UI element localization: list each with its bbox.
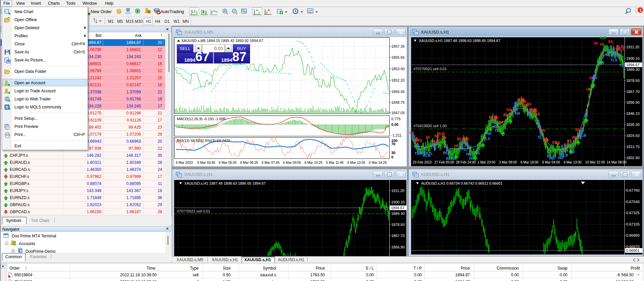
svg-text:HR: HR (569, 150, 575, 154)
svg-text:BLB: BLB (457, 137, 465, 141)
svg-text:S: S (6, 105, 8, 109)
svg-text:HI: HI (594, 41, 598, 45)
svg-text:SS: SS (555, 141, 560, 145)
svg-text:BLB: BLB (560, 153, 568, 157)
svg-text:HI: HI (600, 42, 604, 46)
svg-text:HI: HI (454, 144, 458, 148)
svg-text:1852.20: 1852.20 (391, 78, 405, 82)
svg-text:HI: HI (426, 135, 430, 139)
svg-text:BLB: BLB (617, 47, 625, 51)
svg-text:1824.50: 1824.50 (626, 134, 640, 138)
svg-text:1847.05: 1847.05 (391, 111, 405, 115)
svg-text:1856.90: 1856.90 (391, 245, 405, 249)
svg-text:0.67760: 0.67760 (626, 188, 640, 192)
svg-text:0.66601: 0.66601 (626, 248, 640, 252)
svg-text:1911.20: 1911.20 (391, 189, 404, 193)
svg-text:HR: HR (475, 151, 480, 155)
svg-text:1867.70: 1867.70 (391, 234, 405, 238)
svg-text:TLS: TLS (597, 60, 604, 64)
svg-text:SX: SX (506, 108, 511, 112)
svg-text:6 Mar 10:25: 6 Mar 10:25 (304, 161, 323, 165)
svg-text:1802.90: 1802.90 (626, 156, 640, 160)
svg-text:TL: TL (463, 148, 468, 152)
svg-text:BLB: BLB (443, 151, 451, 155)
svg-text:0: 0 (391, 155, 393, 159)
svg-text:HR: HR (515, 111, 520, 115)
svg-text:XAUUSD.s,H1 1887.48 1898.63 1: XAUUSD.s,H1 1887.48 1898.63 1886.65 1894… (184, 181, 266, 185)
svg-text:HR: HR (466, 152, 472, 156)
svg-text:1900.10: 1900.10 (391, 200, 405, 204)
svg-text:TL: TL (429, 152, 433, 156)
svg-text:BLB: BLB (489, 115, 497, 119)
svg-text:TL: TL (584, 113, 589, 118)
svg-text:0.66890: 0.66890 (626, 233, 640, 237)
svg-text:XAUUSD.s,M5 1894.15 1895.42 1: XAUUSD.s,M5 1894.15 1895.42 1893.92 1894… (181, 39, 263, 43)
svg-text:8 Mar 04:00: 8 Mar 04:00 (542, 160, 560, 164)
svg-text:RSI(13) 58.5332 RSI(3) 63.747: RSI(13) 58.5332 RSI(3) 63.7470 (177, 139, 230, 143)
svg-text:1894.67: 1894.67 (391, 206, 404, 210)
svg-text:1900.10: 1900.10 (626, 56, 640, 60)
svg-text:SS: SS (409, 131, 414, 135)
svg-text:HR: HR (469, 156, 474, 160)
svg-text:HR: HR (486, 132, 492, 136)
svg-text:SS: SS (535, 112, 540, 116)
svg-text:23 Feb 2023: 23 Feb 2023 (413, 160, 432, 164)
svg-text:AUDUSD.s,H1 0.66734 0.66742 0: AUDUSD.s,H1 0.66734 0.66742 0.66511 0.66… (421, 181, 503, 185)
svg-text:HI: HI (586, 87, 590, 91)
svg-text:1850.45: 1850.45 (391, 90, 405, 94)
svg-text:0.67540: 0.67540 (626, 200, 640, 204)
svg-text:1846.10: 1846.10 (626, 111, 640, 115)
svg-text:1889.30: 1889.30 (626, 67, 640, 72)
svg-text:6 Mar 14:25: 6 Mar 14:25 (369, 161, 387, 165)
svg-text:BLB: BLB (503, 113, 511, 117)
svg-text:6 Mar 18:00: 6 Mar 18:00 (521, 160, 539, 164)
svg-text:6 Mar 06:25: 6 Mar 06:25 (240, 161, 258, 165)
svg-text:-1.211: -1.211 (391, 133, 401, 137)
svg-text:HR: HR (549, 156, 555, 160)
svg-text:1894.67: 1894.67 (626, 63, 640, 67)
svg-text:9 Mar 13:00: 9 Mar 13:00 (563, 160, 582, 164)
svg-text:HR: HR (592, 76, 597, 80)
svg-text:SS: SS (417, 138, 422, 142)
svg-text:TL: TL (538, 135, 542, 139)
svg-text:WLB: WLB (578, 133, 586, 137)
svg-text:LX: LX (600, 35, 606, 40)
svg-text:28 Feb 14:00: 28 Feb 14:00 (456, 160, 476, 164)
svg-text:BLB: BLB (431, 139, 439, 143)
svg-text:TLS: TLS (610, 58, 617, 62)
svg-text:1853.90: 1853.90 (391, 67, 405, 71)
svg-text:6 Mar 13:05: 6 Mar 13:05 (347, 161, 365, 165)
svg-text:#70770021 sell 0.01: #70770021 sell 0.01 (177, 209, 210, 213)
svg-text:1889.30: 1889.30 (391, 212, 405, 216)
svg-text:1878.50: 1878.50 (626, 79, 640, 83)
svg-text:1911.20: 1911.20 (626, 45, 639, 49)
svg-text:1856.90: 1856.90 (626, 100, 640, 104)
svg-text:6 Mar 03:45: 6 Mar 03:45 (197, 161, 215, 165)
svg-text:1867.70: 1867.70 (626, 90, 640, 94)
svg-text:MACD(12,26,9) -0.191 -1.695: MACD(12,26,9) -0.191 -1.695 (177, 117, 226, 121)
svg-text:1855.65: 1855.65 (391, 55, 405, 59)
svg-text:6 Mar 05:05: 6 Mar 05:05 (219, 161, 237, 165)
svg-text:1848.75: 1848.75 (391, 100, 405, 104)
svg-text:TLS: TLS (449, 156, 456, 160)
svg-text:70: 70 (391, 142, 395, 146)
svg-text:0.775: 0.775 (391, 117, 401, 121)
svg-text:0.67325: 0.67325 (626, 211, 640, 215)
svg-text:3 Mar 09:00: 3 Mar 09:00 (499, 160, 517, 164)
svg-text:SS: SS (575, 128, 580, 132)
svg-text:6 Mar 2023: 6 Mar 2023 (176, 161, 193, 165)
svg-text:SS: SS (608, 40, 613, 44)
svg-text:1 Mar 23:00: 1 Mar 23:00 (478, 160, 496, 164)
svg-text:0.00: 0.00 (391, 123, 398, 127)
svg-text:27 Feb 05:00: 27 Feb 05:00 (434, 160, 454, 164)
svg-text:TLS: TLS (483, 137, 490, 141)
svg-text:0.67105: 0.67105 (626, 222, 640, 226)
svg-text:HM: HM (497, 120, 503, 124)
svg-text:1857.35: 1857.35 (391, 44, 405, 48)
svg-text:14 Mar 08:00: 14 Mar 08:00 (607, 160, 627, 164)
svg-text:6 Mar 11:45: 6 Mar 11:45 (326, 161, 344, 165)
svg-text:TLS: TLS (495, 129, 502, 133)
svg-text:#70770021 sell 0.01: #70770021 sell 0.01 (413, 67, 447, 71)
svg-text:#70419830 sell 1.00: #70419830 sell 1.00 (413, 124, 447, 128)
svg-text:SS: SS (567, 139, 572, 143)
